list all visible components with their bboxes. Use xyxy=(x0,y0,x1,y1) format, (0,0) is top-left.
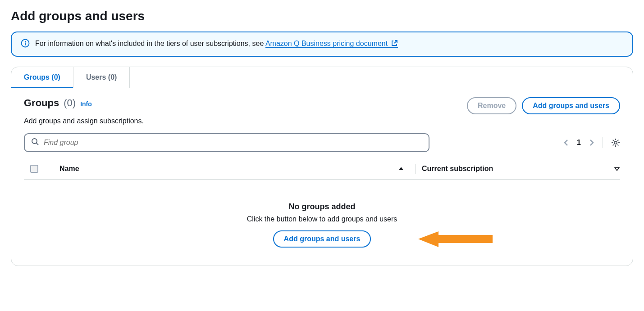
empty-title: No groups added xyxy=(24,202,620,212)
panel-actions: Remove Add groups and users xyxy=(467,97,620,114)
page-number: 1 xyxy=(577,139,581,147)
tabs: Groups (0) Users (0) xyxy=(11,67,633,88)
page-title: Add groups and users xyxy=(11,9,633,23)
column-divider xyxy=(53,164,53,174)
empty-description: Click the button below to add groups and… xyxy=(24,215,620,223)
svg-rect-2 xyxy=(25,43,26,45)
pricing-link[interactable]: Amazon Q Business pricing document xyxy=(265,40,398,48)
column-divider xyxy=(415,164,416,174)
add-groups-users-button-top[interactable]: Add groups and users xyxy=(522,97,620,114)
info-icon xyxy=(21,39,30,50)
select-all-checkbox[interactable] xyxy=(30,165,38,173)
external-link-icon xyxy=(391,41,398,48)
search-icon xyxy=(31,138,39,148)
tab-groups[interactable]: Groups (0) xyxy=(11,67,73,88)
main-panel: Groups (0) Users (0) Groups (0) Info Rem… xyxy=(11,67,633,266)
panel-title: Groups xyxy=(24,97,59,109)
panel-content: Groups (0) Info Remove Add groups and us… xyxy=(11,88,633,266)
search-input[interactable] xyxy=(44,139,422,147)
info-prefix: For information on what's included in th… xyxy=(35,40,265,47)
svg-point-3 xyxy=(32,139,37,144)
callout-arrow-icon xyxy=(416,227,497,252)
next-page-button[interactable] xyxy=(589,139,594,147)
panel-subtitle: Add groups and assign subscriptions. xyxy=(24,117,620,125)
remove-button[interactable]: Remove xyxy=(467,97,516,114)
svg-point-4 xyxy=(614,141,617,144)
prev-page-button[interactable] xyxy=(563,139,569,147)
search-box[interactable] xyxy=(24,133,429,152)
search-pagination-row: 1 xyxy=(24,133,620,152)
table-settings-button[interactable] xyxy=(611,138,620,147)
panel-count: (0) xyxy=(64,97,76,109)
tab-users[interactable]: Users (0) xyxy=(73,67,130,88)
column-subscription-label: Current subscription xyxy=(422,165,493,173)
info-banner-text: For information on what's included in th… xyxy=(35,40,398,49)
column-header-subscription[interactable]: Current subscription xyxy=(422,165,620,173)
info-banner: For information on what's included in th… xyxy=(11,32,633,57)
divider xyxy=(603,137,603,148)
pagination: 1 xyxy=(563,137,620,148)
table-header: Name Current subscription xyxy=(24,159,620,180)
info-link-label[interactable]: Info xyxy=(80,100,92,108)
column-name-label: Name xyxy=(59,165,79,173)
select-all-cell xyxy=(24,165,46,173)
empty-state: No groups added Click the button below t… xyxy=(24,180,620,248)
add-groups-users-button-empty[interactable]: Add groups and users xyxy=(273,230,371,248)
sort-desc-icon xyxy=(614,165,620,173)
svg-point-1 xyxy=(25,41,26,42)
column-header-name[interactable]: Name xyxy=(59,165,409,173)
panel-header: Groups (0) Info Remove Add groups and us… xyxy=(24,97,620,114)
sort-asc-icon xyxy=(398,165,404,173)
